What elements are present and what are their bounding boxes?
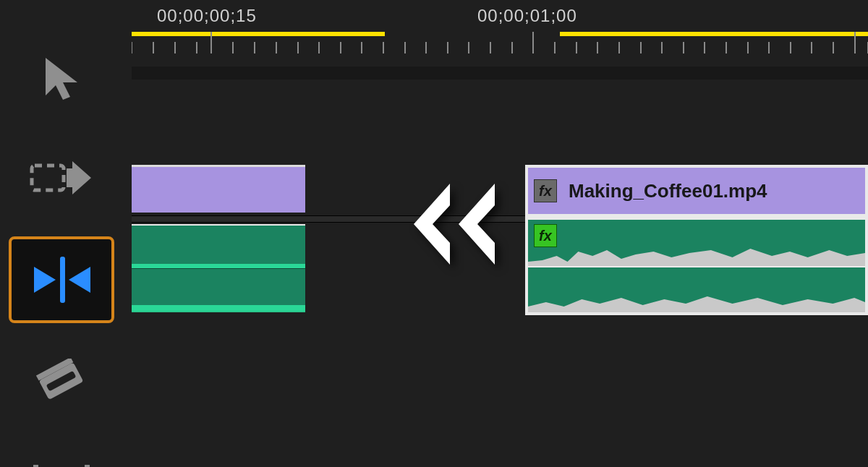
- video-clip-right[interactable]: fx Making_Coffee01.mp4: [528, 168, 865, 214]
- tool-palette: [0, 40, 123, 467]
- ruler-ticks[interactable]: [132, 32, 868, 58]
- pointer-icon: [41, 55, 82, 104]
- selection-tool-button[interactable]: [13, 40, 110, 119]
- ripple-edit-tool-button[interactable]: [9, 236, 114, 323]
- svg-rect-1: [60, 257, 65, 303]
- timeline-scrollbar[interactable]: [132, 67, 868, 80]
- ruler-labels: 00;00;00;15 00;00;01;00: [132, 6, 868, 32]
- ripple-cursor-icon: [386, 173, 513, 275]
- track-select-icon: [29, 158, 94, 197]
- ripple-edit-icon: [27, 251, 96, 309]
- timecode-label-1: 00;00;01;00: [477, 6, 577, 26]
- timeline-panel: 00;00;00;15 00;00;01;00: [132, 0, 868, 467]
- waveform-icon: [528, 266, 865, 312]
- razor-icon: [36, 359, 87, 405]
- slip-tool-button[interactable]: [13, 440, 110, 467]
- razor-tool-button[interactable]: [13, 342, 110, 421]
- track-select-forward-tool-button[interactable]: [13, 138, 110, 218]
- audio-clip-left[interactable]: [132, 224, 305, 311]
- timecode-label-0: 00;00;00;15: [157, 6, 257, 26]
- video-clip-left[interactable]: [132, 165, 305, 213]
- audio-clip-right[interactable]: fx: [528, 220, 865, 312]
- clip-name-label: Making_Coffee01.mp4: [569, 180, 767, 202]
- waveform-icon: [528, 220, 865, 266]
- svg-rect-0: [32, 166, 64, 190]
- slip-icon: [29, 460, 94, 467]
- selected-clip-group[interactable]: fx Making_Coffee01.mp4 fx: [525, 165, 868, 315]
- fx-icon[interactable]: fx: [534, 179, 557, 202]
